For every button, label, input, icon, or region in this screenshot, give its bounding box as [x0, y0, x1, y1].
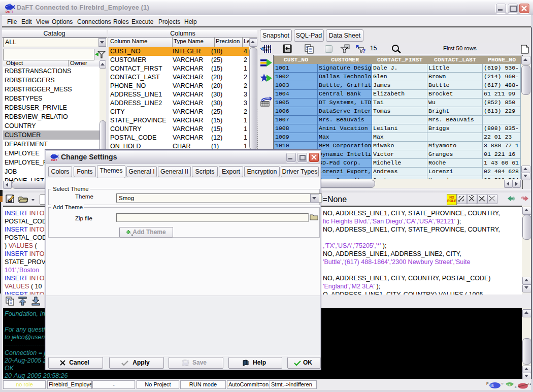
svg-text:DaFT: DaFT	[51, 159, 57, 161]
svg-text:IB: IB	[490, 384, 494, 387]
svg-text:?: ?	[362, 48, 365, 54]
svg-text:P: P	[486, 382, 489, 385]
svg-text:o: o	[515, 385, 517, 388]
svg-text:FB: FB	[507, 383, 511, 386]
svg-text:o: o	[502, 382, 504, 385]
svg-text:DaFT: DaFT	[6, 10, 13, 13]
